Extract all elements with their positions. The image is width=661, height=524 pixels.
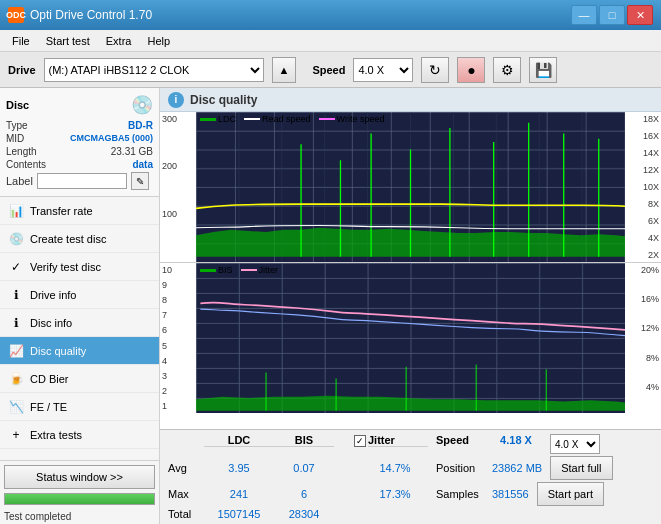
label-input[interactable]: [37, 173, 127, 189]
legend-write: Write speed: [337, 114, 385, 124]
y-r-12: 12%: [627, 323, 659, 333]
cd-bier-icon: 🍺: [8, 371, 24, 387]
mid-value: CMCMAGBA5 (000): [70, 133, 153, 144]
speed-label: Speed: [312, 64, 345, 76]
app-icon: ODC: [8, 7, 24, 23]
legend-read: Read speed: [262, 114, 311, 124]
menu-bar: File Start test Extra Help: [0, 30, 661, 52]
sidebar-item-label: Verify test disc: [30, 261, 101, 273]
contents-label: Contents: [6, 159, 46, 170]
legend-jitter: Jitter: [259, 265, 279, 275]
start-full-button[interactable]: Start full: [550, 456, 612, 480]
y-right-16x: 16X: [627, 131, 659, 141]
extra-tests-icon: +: [8, 427, 24, 443]
toolbar: Drive (M:) ATAPI iHBS112 2 CLOK ▲ Speed …: [0, 52, 661, 88]
sidebar-item-label: Drive info: [30, 289, 76, 301]
sidebar: Disc 💿 Type BD-R MID CMCMAGBA5 (000) Len…: [0, 88, 160, 524]
disc-section-label: Disc: [6, 99, 29, 111]
sidebar-item-create-test[interactable]: 💿 Create test disc: [0, 225, 159, 253]
speed-col-header: Speed: [436, 434, 486, 446]
sidebar-item-drive-info[interactable]: ℹ Drive info: [0, 281, 159, 309]
menu-start-test[interactable]: Start test: [38, 33, 98, 49]
refresh-button[interactable]: ↻: [421, 57, 449, 83]
menu-help[interactable]: Help: [139, 33, 178, 49]
sidebar-item-label: Transfer rate: [30, 205, 93, 217]
title-bar: ODC Opti Drive Control 1.70 — □ ✕: [0, 0, 661, 30]
top-chart: 300 200 100 18X 16X 14X 12X 10X 8X 6X 4X…: [160, 112, 661, 263]
y-b-6: 6: [162, 325, 194, 335]
legend-ldc: LDC: [218, 114, 236, 124]
status-section: Status window >> Test completed: [0, 460, 159, 524]
y-right-6x: 6X: [627, 216, 659, 226]
jitter-label: Jitter: [368, 434, 428, 447]
bottom-chart-svg: [196, 263, 625, 413]
position-label: Position: [436, 462, 492, 474]
y-b-8: 8: [162, 295, 194, 305]
drive-label: Drive: [8, 64, 36, 76]
sidebar-item-transfer-rate[interactable]: 📊 Transfer rate: [0, 197, 159, 225]
start-part-button[interactable]: Start part: [537, 482, 604, 506]
fe-te-icon: 📉: [8, 399, 24, 415]
contents-value: data: [132, 159, 153, 170]
chart-area: i Disc quality: [160, 88, 661, 524]
y-b-1: 1: [162, 401, 194, 411]
total-bis: 28304: [274, 508, 334, 520]
chart-title: Disc quality: [190, 93, 257, 107]
samples-label: Samples: [436, 488, 492, 500]
speed-val-header: 4.18 X: [486, 434, 546, 446]
total-label: Total: [168, 508, 204, 520]
sidebar-item-label: Disc quality: [30, 345, 86, 357]
y-top-100: 100: [162, 209, 194, 219]
sidebar-item-label: Create test disc: [30, 233, 106, 245]
record-button[interactable]: ●: [457, 57, 485, 83]
y-right-10x: 10X: [627, 182, 659, 192]
sidebar-item-label: Disc info: [30, 317, 72, 329]
save-button[interactable]: 💾: [529, 57, 557, 83]
y-b-10: 10: [162, 265, 194, 275]
eject-button[interactable]: ▲: [272, 57, 297, 83]
chart-icon: i: [168, 92, 184, 108]
label-edit-button[interactable]: ✎: [131, 172, 149, 190]
mid-label: MID: [6, 133, 24, 144]
jitter-checkbox[interactable]: ✓: [354, 435, 366, 447]
y-right-14x: 14X: [627, 148, 659, 158]
sidebar-item-disc-info[interactable]: ℹ Disc info: [0, 309, 159, 337]
y-right-12x: 12X: [627, 165, 659, 175]
menu-file[interactable]: File: [4, 33, 38, 49]
drive-select[interactable]: (M:) ATAPI iHBS112 2 CLOK: [44, 58, 264, 82]
type-label: Type: [6, 120, 28, 131]
col-ldc-header: LDC: [204, 434, 274, 447]
sidebar-item-extra-tests[interactable]: + Extra tests: [0, 421, 159, 449]
y-right-2x: 2X: [627, 250, 659, 260]
speed-select-stats[interactable]: 4.0 X: [550, 434, 600, 454]
y-r-16: 16%: [627, 294, 659, 304]
y-right-18x: 18X: [627, 114, 659, 124]
top-chart-svg: [196, 112, 625, 262]
sidebar-item-cd-bier[interactable]: 🍺 CD Bier: [0, 365, 159, 393]
y-b-9: 9: [162, 280, 194, 290]
max-bis: 6: [274, 488, 334, 500]
y-b-5: 5: [162, 341, 194, 351]
close-button[interactable]: ✕: [627, 5, 653, 25]
sidebar-item-label: Extra tests: [30, 429, 82, 441]
disc-icon: 💿: [131, 94, 153, 116]
speed-select[interactable]: 4.0 X: [353, 58, 413, 82]
maximize-button[interactable]: □: [599, 5, 625, 25]
y-b-4: 4: [162, 356, 194, 366]
sidebar-item-fe-te[interactable]: 📉 FE / TE: [0, 393, 159, 421]
sidebar-item-label: CD Bier: [30, 373, 69, 385]
length-value: 23.31 GB: [111, 146, 153, 157]
disc-quality-icon: 📈: [8, 343, 24, 359]
progress-fill: [5, 494, 154, 504]
max-label: Max: [168, 488, 204, 500]
status-window-button[interactable]: Status window >>: [4, 465, 155, 489]
settings-button[interactable]: ⚙: [493, 57, 521, 83]
stats-section: LDC BIS ✓ Jitter Speed 4.18 X 4.0 X Avg …: [160, 429, 661, 524]
minimize-button[interactable]: —: [571, 5, 597, 25]
verify-test-icon: ✓: [8, 259, 24, 275]
sidebar-item-disc-quality[interactable]: 📈 Disc quality: [0, 337, 159, 365]
disc-panel: Disc 💿 Type BD-R MID CMCMAGBA5 (000) Len…: [0, 88, 159, 197]
sidebar-item-verify-test[interactable]: ✓ Verify test disc: [0, 253, 159, 281]
status-text: Test completed: [0, 509, 159, 524]
menu-extra[interactable]: Extra: [98, 33, 140, 49]
